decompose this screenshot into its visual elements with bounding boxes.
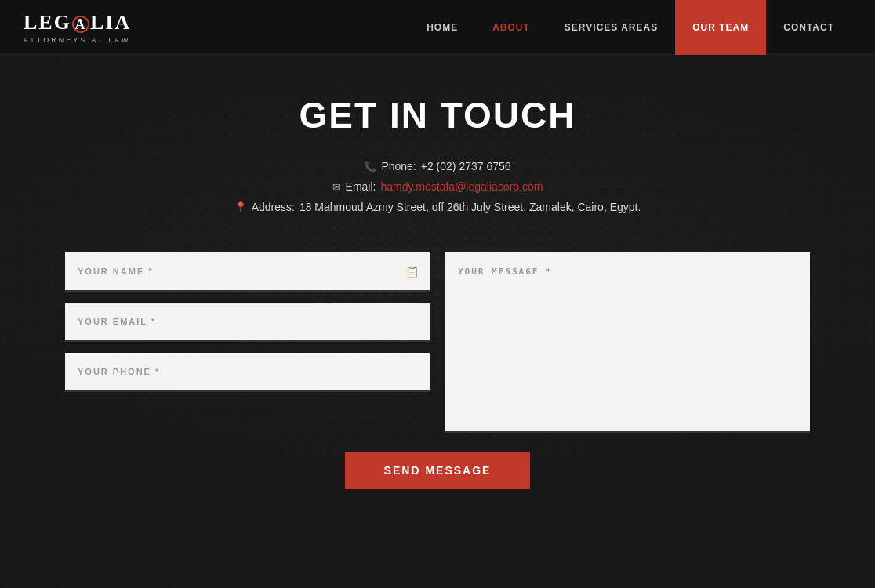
email-label: Email: (346, 180, 376, 193)
nav-item-services[interactable]: SERVICES AREAS (547, 0, 675, 55)
main-section: GET IN TOUCH 📞 Phone: +2 (02) 2737 6756 … (0, 55, 875, 588)
logo: LEGALIA (24, 11, 131, 34)
message-textarea[interactable] (445, 252, 810, 433)
page-title: GET IN TOUCH (300, 94, 576, 136)
nav-item-our-team[interactable]: OUR TEAM (675, 0, 766, 55)
logo-g-circle: A (72, 16, 89, 33)
email-input[interactable] (65, 303, 430, 342)
send-button-area: SEND MESSAGE (345, 452, 531, 489)
form-left-column: 📋 (65, 252, 430, 436)
email-value[interactable]: hamdy.mostafa@legaliacorp.com (380, 180, 543, 193)
email-line: ✉ Email: hamdy.mostafa@legaliacorp.com (234, 180, 641, 193)
name-input-wrapper: 📋 (65, 252, 430, 292)
address-label: Address: (252, 201, 295, 213)
phone-line: 📞 Phone: +2 (02) 2737 6756 (234, 160, 641, 172)
content-wrapper: GET IN TOUCH 📞 Phone: +2 (02) 2737 6756 … (0, 55, 875, 536)
main-nav: HOME ABOUT SERVICES AREAS OUR TEAM CONTA… (409, 0, 851, 54)
phone-input[interactable] (65, 353, 430, 392)
phone-icon: 📞 (364, 161, 376, 172)
email-icon: ✉ (332, 181, 341, 193)
nav-item-about[interactable]: ABOUT (475, 0, 547, 55)
form-right-column (445, 252, 810, 436)
site-header: LEGALIA ATTORNEYS AT LAW HOME ABOUT SERV… (0, 0, 875, 55)
logo-area: LEGALIA ATTORNEYS AT LAW (24, 11, 131, 44)
logo-subtitle: ATTORNEYS AT LAW (24, 36, 131, 44)
map-pin-icon: 📍 (234, 201, 247, 213)
name-input[interactable] (65, 252, 430, 292)
address-line: 📍 Address: 18 Mahmoud Azmy Street, off 2… (234, 201, 641, 213)
send-message-button[interactable]: SEND MESSAGE (345, 452, 531, 489)
contact-form: 📋 (65, 252, 810, 436)
address-value: 18 Mahmoud Azmy Street, off 26th July St… (300, 201, 641, 213)
phone-label: Phone: (381, 160, 416, 172)
nav-item-home[interactable]: HOME (409, 0, 475, 55)
nav-item-contact[interactable]: CONTACT (766, 0, 851, 55)
contact-info: 📞 Phone: +2 (02) 2737 6756 ✉ Email: hamd… (234, 160, 641, 221)
contact-card-icon: 📋 (405, 266, 419, 278)
phone-value: +2 (02) 2737 6756 (421, 160, 511, 172)
